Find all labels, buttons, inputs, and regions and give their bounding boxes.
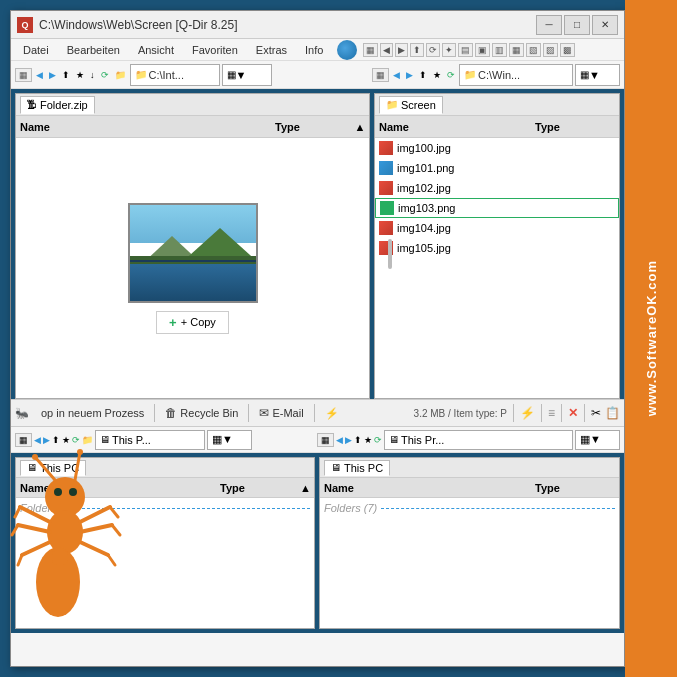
bleft-folder-btn[interactable]: 📁 [82, 435, 93, 445]
file-item-img100[interactable]: img100.jpg [375, 138, 619, 158]
bright-tabs: 🖥 This PC [320, 458, 619, 478]
toolbar-icon-7[interactable]: ▤ [458, 43, 473, 57]
toolbar-icon-6[interactable]: ✦ [442, 43, 456, 57]
right-back-btn[interactable]: ◀ [391, 69, 402, 81]
right-panel-tabs: 📁 Screen [375, 94, 619, 116]
right-grid-icon[interactable]: ▦ [372, 68, 389, 82]
minimize-button[interactable]: ─ [536, 15, 562, 35]
bleft-folders-header: Folders (... [16, 498, 314, 518]
bright-filter-bar[interactable]: ▦▼ [575, 430, 620, 450]
plus-icon: + [169, 315, 177, 330]
bright-star-btn[interactable]: ★ [364, 435, 372, 445]
bleft-back-btn[interactable]: ◀ [34, 435, 41, 445]
right-up-btn[interactable]: ⬆ [417, 69, 429, 81]
maximize-button[interactable]: □ [564, 15, 590, 35]
left-folder-btn[interactable]: 📁 [113, 69, 128, 81]
toolbar-icon-5[interactable]: ⟳ [426, 43, 440, 57]
status-info: 3.2 MB / Item type: P [414, 408, 507, 419]
bleft-up-btn[interactable]: ⬆ [52, 435, 60, 445]
bottom-panels-area: 🖥 This PC Name Type ▲ Folders (... 🖥 [11, 453, 624, 633]
left-star-btn[interactable]: ★ [74, 69, 86, 81]
menu-info[interactable]: Info [297, 42, 331, 58]
watermark: www.SoftwareOK.com [625, 0, 677, 677]
new-process-btn[interactable]: op in neuem Prozess [37, 405, 148, 421]
menu-ansicht[interactable]: Ansicht [130, 42, 182, 58]
left-fwd-btn[interactable]: ▶ [47, 69, 58, 81]
left-back-btn[interactable]: ◀ [34, 69, 45, 81]
left-refresh-btn[interactable]: ⟳ [99, 69, 111, 81]
toolbar-icon-13[interactable]: ▩ [560, 43, 575, 57]
toolbar-icon-1[interactable]: ▦ [363, 43, 378, 57]
toolbar-icon-10[interactable]: ▦ [509, 43, 524, 57]
left-panel: 🗜 Folder.zip Name Type ▲ [15, 93, 370, 399]
toolbar-icon-2[interactable]: ◀ [380, 43, 393, 57]
bright-address-bar[interactable]: 🖥 This Pr... [384, 430, 573, 450]
right-refresh-btn[interactable]: ⟳ [445, 69, 457, 81]
toolbar-icon-9[interactable]: ▥ [492, 43, 507, 57]
menu-bar: Datei Bearbeiten Ansicht Favoriten Extra… [11, 39, 624, 61]
toolbar-icon-4[interactable]: ⬆ [410, 43, 424, 57]
bright-tab-active[interactable]: 🖥 This PC [324, 460, 390, 476]
left-scroll-up[interactable]: ▲ [355, 121, 365, 133]
email-btn[interactable]: ✉ E-Mail [255, 404, 307, 422]
left-arrow-btn[interactable]: ↓ [88, 69, 97, 81]
left-filter-bar[interactable]: ▦▼ [222, 64, 272, 86]
left-grid-icon[interactable]: ▦ [15, 68, 32, 82]
menu-extras[interactable]: Extras [248, 42, 295, 58]
bright-up-btn[interactable]: ⬆ [354, 435, 362, 445]
collapse-icon[interactable]: ≡ [548, 406, 555, 420]
recycle-bin-btn[interactable]: 🗑 Recycle Bin [161, 404, 242, 422]
scissors-icon[interactable]: ✂ [591, 406, 601, 420]
bright-back-btn[interactable]: ◀ [336, 435, 343, 445]
bleft-tabs: 🖥 This PC [16, 458, 314, 478]
file-item-img105[interactable]: img105.jpg [375, 238, 619, 258]
bleft-tab-active[interactable]: 🖥 This PC [20, 460, 86, 476]
toolbar-icon-8[interactable]: ▣ [475, 43, 490, 57]
bleft-scroll-up[interactable]: ▲ [300, 482, 310, 494]
file-item-img103[interactable]: img103.png [375, 198, 619, 218]
bright-fwd-btn[interactable]: ▶ [345, 435, 352, 445]
right-file-list: img100.jpg img101.png img102.jpg img103.… [375, 138, 619, 398]
file-item-img102[interactable]: img102.jpg [375, 178, 619, 198]
left-address-bar[interactable]: 📁 C:\Int... [130, 64, 220, 86]
right-star-btn[interactable]: ★ [431, 69, 443, 81]
lightning-btn[interactable]: ⚡ [321, 405, 343, 422]
right-col-header: Name Type [375, 116, 619, 138]
title-bar: Q C:\Windows\Web\Screen [Q-Dir 8.25] ─ □… [11, 11, 624, 39]
file-item-img104[interactable]: img104.jpg [375, 218, 619, 238]
menu-favoriten[interactable]: Favoriten [184, 42, 246, 58]
menu-datei[interactable]: Datei [15, 42, 57, 58]
left-tab-active[interactable]: 🗜 Folder.zip [20, 96, 95, 114]
bleft-filter-bar[interactable]: ▦▼ [207, 430, 252, 450]
watermark-text: www.SoftwareOK.com [644, 260, 659, 416]
toolbar-icon-12[interactable]: ▨ [543, 43, 558, 57]
globe-icon [337, 40, 357, 60]
left-panel-content: + + Copy [16, 138, 369, 398]
menu-bearbeiten[interactable]: Bearbeiten [59, 42, 128, 58]
ant-icon-small: 🐜 [15, 407, 29, 420]
close-button[interactable]: ✕ [592, 15, 618, 35]
left-panel-tabs: 🗜 Folder.zip [16, 94, 369, 116]
file-item-img101[interactable]: img101.png [375, 158, 619, 178]
bright-grid-icon[interactable]: ▦ [317, 433, 334, 447]
right-filter-bar[interactable]: ▦▼ [575, 64, 620, 86]
copy-badge: + + Copy [156, 311, 229, 334]
stop-icon[interactable]: ✕ [568, 406, 578, 420]
left-up-btn[interactable]: ⬆ [60, 69, 72, 81]
bleft-star-btn[interactable]: ★ [62, 435, 70, 445]
bottom-right-panel: 🖥 This PC Name Type Folders (7) [319, 457, 620, 629]
zip-icon: 🗜 [27, 99, 37, 110]
copy-icon[interactable]: 📋 [605, 406, 620, 420]
bleft-fwd-btn[interactable]: ▶ [43, 435, 50, 445]
bright-refresh-btn[interactable]: ⟳ [374, 435, 382, 445]
toolbar-icon-11[interactable]: ▧ [526, 43, 541, 57]
bleft-address-bar[interactable]: 🖥 This P... [95, 430, 205, 450]
toolbar-icon-3[interactable]: ▶ [395, 43, 408, 57]
bleft-grid-icon[interactable]: ▦ [15, 433, 32, 447]
power-icon[interactable]: ⚡ [520, 406, 535, 420]
right-address-bar[interactable]: 📁 C:\Win... [459, 64, 573, 86]
panel-splitter[interactable] [386, 99, 394, 409]
left-col-header: Name Type ▲ [16, 116, 369, 138]
bleft-refresh-btn[interactable]: ⟳ [72, 435, 80, 445]
right-fwd-btn[interactable]: ▶ [404, 69, 415, 81]
